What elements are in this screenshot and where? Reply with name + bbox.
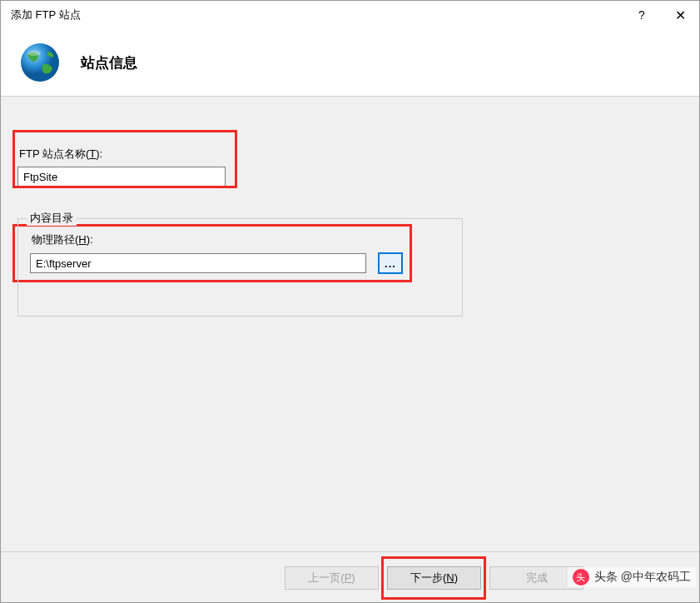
annotation-highlight [381,556,486,600]
window-title: 添加 FTP 站点 [11,7,623,22]
wizard-header: 站点信息 [1,29,699,96]
svg-point-1 [27,51,41,56]
watermark-badge-icon: 头 [573,569,589,586]
globe-icon [19,42,61,83]
titlebar-buttons: ? ✕ [623,1,699,29]
page-title: 站点信息 [81,53,137,72]
close-button[interactable]: ✕ [661,1,699,29]
watermark: 头 头条 @中年农码工 [568,567,696,587]
physical-path-input[interactable] [30,253,366,273]
content-directory-fieldset: 内容目录 物理路径(H): ... [17,218,463,316]
svg-point-0 [21,43,59,82]
browse-button[interactable]: ... [378,252,403,274]
annotation-highlight [12,130,237,188]
physical-path-row: ... [30,252,450,274]
previous-button: 上一页(P) [285,566,379,590]
watermark-text: 头条 @中年农码工 [594,570,691,585]
physical-path-label: 物理路径(H): [30,232,450,247]
wizard-content: FTP 站点名称(T): 内容目录 物理路径(H): ... [1,97,699,551]
help-button[interactable]: ? [623,1,661,29]
fieldset-legend: 内容目录 [27,211,77,226]
titlebar: 添加 FTP 站点 ? ✕ [1,1,699,29]
